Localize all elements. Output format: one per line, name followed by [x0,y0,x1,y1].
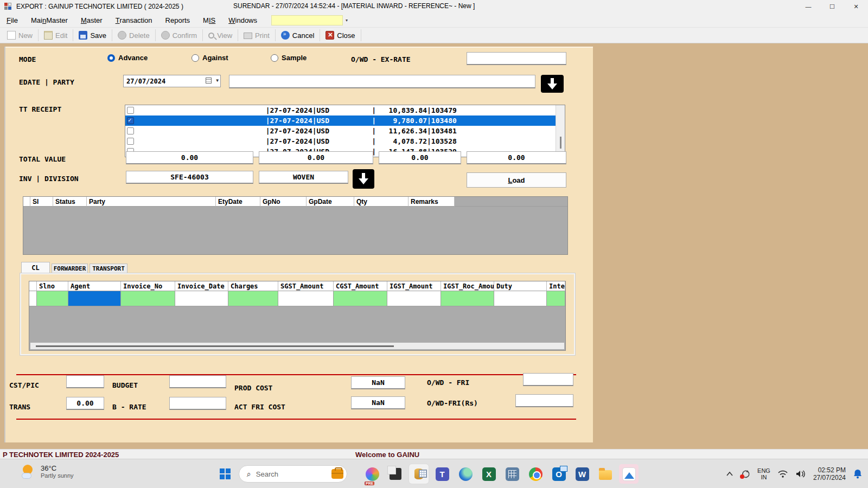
maximize-button[interactable]: ☐ [820,0,844,13]
total-value-1[interactable]: 0.00 [126,151,253,164]
quick-search-combo[interactable] [271,15,343,25]
column-header[interactable]: GpDate [307,197,354,207]
save-button[interactable]: Save [74,28,111,42]
menu-transaction[interactable]: Transaction [109,14,159,26]
tt-row[interactable]: |27-07-2024|USD | 9,780.07|103480 [125,115,565,126]
tt-row[interactable]: |27-07-2024|USD | 11,626.34|103481 [125,126,565,136]
radio-sample[interactable]: Sample [271,54,307,62]
column-header[interactable]: Duty [494,281,547,291]
act-fri-cost-value[interactable]: NaN [351,396,405,409]
menu-windows[interactable]: Windows [222,14,264,26]
column-header[interactable]: Inter [547,281,565,291]
view-button[interactable]: View [203,28,237,42]
b-rate-input[interactable] [169,397,226,410]
clock[interactable]: 02:52 PM 27/07/2024 [813,466,846,481]
close-form-button[interactable]: Close [321,28,360,42]
column-header[interactable]: Remarks [409,197,455,207]
search-box[interactable]: ⌕ Search [239,465,347,483]
scrollbar-thumb[interactable] [36,345,394,347]
menu-reports[interactable]: Reports [159,14,197,26]
notification-bell-icon[interactable] [853,468,863,479]
total-value-3[interactable]: 0.00 [379,151,461,164]
calculator-icon[interactable] [502,464,522,484]
radio-advance[interactable]: Advance [107,54,148,62]
radio-against[interactable]: Against [192,54,228,62]
update-icon[interactable] [741,469,750,479]
column-header[interactable]: Qty [354,197,409,207]
language-indicator[interactable]: ENGIN [757,467,770,480]
column-header[interactable]: IGST_Roc_Amou [441,281,494,291]
party-fetch-button[interactable] [541,75,564,93]
division-fetch-button[interactable] [353,169,374,189]
tray-chevron-icon[interactable] [726,471,733,477]
edge-icon[interactable] [456,464,475,484]
word-icon[interactable]: W [572,464,592,484]
dark-app-icon[interactable] [386,464,405,484]
file-explorer-icon[interactable] [596,464,615,484]
chrome-icon[interactable] [526,464,545,484]
column-header[interactable]: GpNo [260,197,307,207]
column-header[interactable]: EtyDate [216,197,260,207]
cancel-button[interactable]: Cancel [276,28,319,42]
weather-widget[interactable]: 36°C Partly sunny [22,464,74,479]
erp-app-icon[interactable] [409,464,429,484]
checkbox-icon[interactable] [127,107,134,114]
combo-dropdown-icon[interactable]: ▾ [343,15,350,25]
party-input[interactable] [229,75,535,88]
minimize-button[interactable]: — [796,0,820,13]
total-value-2[interactable]: 0.00 [259,151,373,164]
edate-picker[interactable]: 27/07/2024 ▼ [123,75,221,87]
column-header[interactable]: Invoice_Date [175,281,228,291]
cell-inter[interactable] [547,291,565,306]
cell-sgst[interactable] [278,291,334,306]
load-button[interactable]: Load [467,172,566,188]
print-button[interactable]: Print [239,28,275,42]
exrate-input[interactable] [467,52,566,65]
tab-transport[interactable]: TRANSPORT [90,264,127,273]
checkbox-icon[interactable] [127,127,134,134]
photos-icon[interactable] [619,464,639,484]
total-value-4[interactable]: 0.00 [467,151,566,164]
column-header[interactable]: Agent [68,281,121,291]
tab-forwarder[interactable]: FORWARDER [52,264,88,273]
menu-master[interactable]: Master [74,14,109,26]
inv-input[interactable]: SFE-46003 [126,171,253,184]
column-header[interactable]: Charges [228,281,278,291]
tt-list-scrollbar[interactable] [556,105,565,157]
column-header[interactable]: IGST_Amount [387,281,441,291]
outlook-icon[interactable]: O [549,464,569,484]
cell-igst-roc[interactable] [441,291,494,306]
cst-pic-input[interactable] [66,375,104,388]
excel-icon[interactable]: X [479,464,499,484]
checkbox-icon[interactable] [127,138,134,145]
owd-fri-input[interactable] [523,373,573,386]
copilot-icon[interactable]: PRE [362,464,382,484]
cell-cgst[interactable] [334,291,387,306]
charges-grid-hscrollbar[interactable] [30,343,564,349]
cell-slno[interactable] [37,291,68,306]
tab-cl[interactable]: CL [21,262,50,273]
checkbox-checked-icon[interactable] [127,117,134,124]
column-header[interactable]: Party [87,197,216,207]
menu-mis[interactable]: MIS [196,14,222,26]
scrollbar-thumb[interactable] [560,137,561,149]
column-header[interactable]: Invoice_No [121,281,175,291]
prod-cost-value[interactable]: NaN [351,376,405,389]
column-header[interactable]: Slno [37,281,68,291]
delete-button[interactable]: Delete [113,28,155,42]
cell-invoice-no[interactable] [121,291,175,306]
cell-agent-selected[interactable] [68,291,121,306]
confirm-button[interactable]: Confirm [156,28,202,42]
start-button[interactable] [220,468,231,479]
division-input[interactable]: WOVEN [259,171,348,184]
menu-file[interactable]: File [0,14,24,26]
wifi-icon[interactable] [777,470,788,478]
column-header[interactable]: CGST_Amount [334,281,387,291]
tt-row[interactable]: |27-07-2024|USD | 10,839.84|103479 [125,105,565,115]
cell-igst[interactable] [387,291,441,306]
budget-input[interactable] [169,375,226,388]
column-header[interactable]: SGST_Amount [278,281,334,291]
cell-duty[interactable] [494,291,547,306]
charges-grid-row[interactable] [29,291,565,306]
cell-invoice-date[interactable] [175,291,228,306]
